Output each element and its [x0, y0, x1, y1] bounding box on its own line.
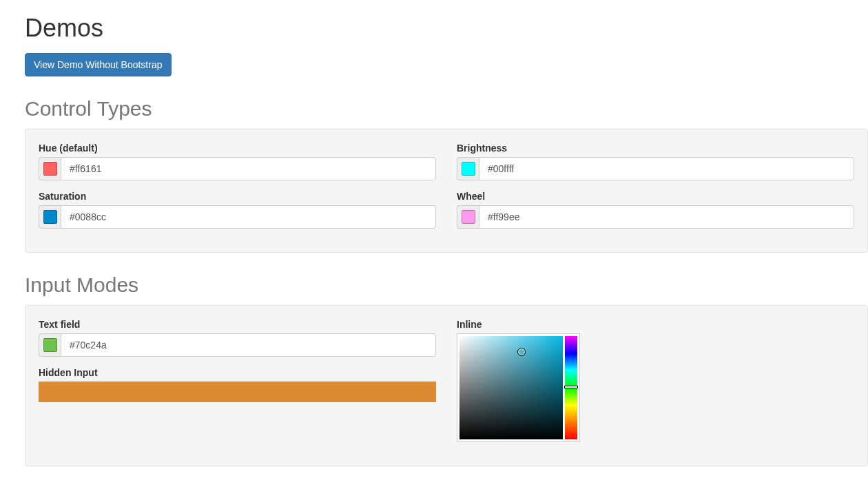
swatch-wheel[interactable]	[462, 210, 475, 224]
label-inline: Inline	[457, 319, 854, 330]
view-demo-without-bootstrap-button[interactable]: View Demo Without Bootstrap	[25, 53, 172, 76]
label-saturation: Saturation	[39, 191, 436, 202]
picker-saturation-value-area[interactable]	[459, 336, 563, 439]
inline-color-picker[interactable]	[457, 333, 580, 442]
swatch-addon-brightness[interactable]	[457, 157, 479, 180]
swatch-hue[interactable]	[43, 162, 57, 176]
page-title: Demos	[25, 14, 868, 43]
section-title-control-types: Control Types	[25, 97, 868, 121]
swatch-addon-wheel[interactable]	[457, 205, 479, 229]
swatch-text-field[interactable]	[43, 338, 57, 352]
panel-input-modes: Text field Hidden Input Inline	[25, 305, 868, 466]
input-hue[interactable]	[61, 157, 436, 180]
panel-control-types: Hue (default) Saturation	[25, 129, 868, 253]
input-saturation[interactable]	[61, 205, 436, 229]
section-title-input-modes: Input Modes	[25, 273, 868, 297]
swatch-addon-hue[interactable]	[39, 157, 61, 180]
picker-hue-slider[interactable]	[565, 336, 577, 439]
swatch-addon-saturation[interactable]	[39, 205, 61, 229]
label-hidden-input: Hidden Input	[39, 367, 436, 378]
picker-cursor-icon	[518, 348, 525, 355]
label-wheel: Wheel	[457, 191, 854, 202]
hidden-input-swatch[interactable]	[39, 382, 436, 402]
input-wheel[interactable]	[479, 205, 854, 229]
input-text-field[interactable]	[61, 333, 436, 357]
label-hue: Hue (default)	[39, 143, 436, 154]
label-brightness: Brightness	[457, 143, 854, 154]
swatch-addon-text-field[interactable]	[39, 333, 61, 357]
swatch-saturation[interactable]	[43, 210, 57, 224]
swatch-brightness[interactable]	[462, 162, 475, 176]
picker-hue-marker-icon	[564, 386, 578, 388]
input-brightness[interactable]	[479, 157, 854, 180]
label-text-field: Text field	[39, 319, 436, 330]
